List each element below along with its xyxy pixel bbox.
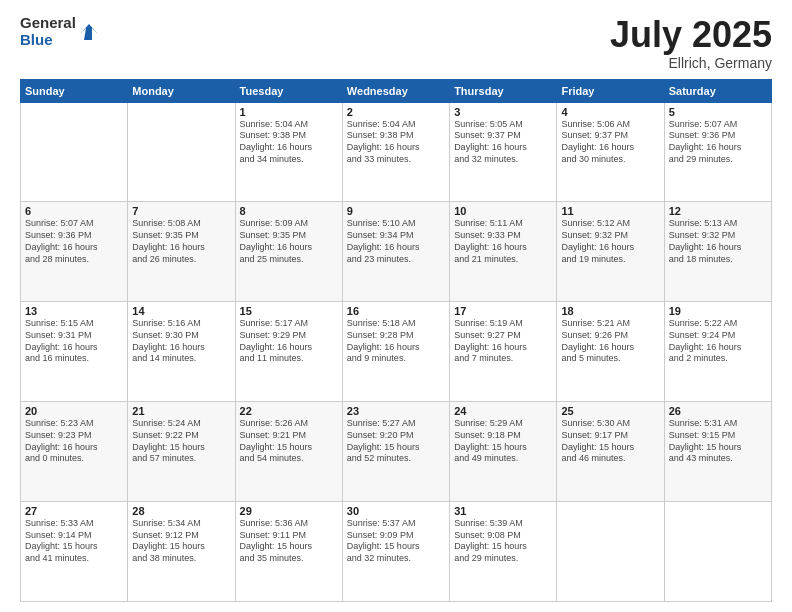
table-row: 23Sunrise: 5:27 AM Sunset: 9:20 PM Dayli… [342, 402, 449, 502]
day-number: 24 [454, 405, 552, 417]
table-row: 25Sunrise: 5:30 AM Sunset: 9:17 PM Dayli… [557, 402, 664, 502]
table-row: 19Sunrise: 5:22 AM Sunset: 9:24 PM Dayli… [664, 302, 771, 402]
day-info: Sunrise: 5:18 AM Sunset: 9:28 PM Dayligh… [347, 318, 445, 365]
table-row: 1Sunrise: 5:04 AM Sunset: 9:38 PM Daylig… [235, 102, 342, 202]
logo-general: General [20, 15, 76, 32]
day-number: 28 [132, 505, 230, 517]
day-number: 20 [25, 405, 123, 417]
day-number: 11 [561, 205, 659, 217]
calendar-table: Sunday Monday Tuesday Wednesday Thursday… [20, 79, 772, 602]
table-row: 26Sunrise: 5:31 AM Sunset: 9:15 PM Dayli… [664, 402, 771, 502]
month-title: July 2025 [610, 15, 772, 55]
day-number: 22 [240, 405, 338, 417]
day-info: Sunrise: 5:23 AM Sunset: 9:23 PM Dayligh… [25, 418, 123, 465]
col-wednesday: Wednesday [342, 79, 449, 102]
day-info: Sunrise: 5:10 AM Sunset: 9:34 PM Dayligh… [347, 218, 445, 265]
day-info: Sunrise: 5:27 AM Sunset: 9:20 PM Dayligh… [347, 418, 445, 465]
col-tuesday: Tuesday [235, 79, 342, 102]
day-info: Sunrise: 5:16 AM Sunset: 9:30 PM Dayligh… [132, 318, 230, 365]
logo-text: General Blue [20, 15, 76, 48]
table-row: 3Sunrise: 5:05 AM Sunset: 9:37 PM Daylig… [450, 102, 557, 202]
col-monday: Monday [128, 79, 235, 102]
title-block: July 2025 Ellrich, Germany [610, 15, 772, 71]
day-info: Sunrise: 5:36 AM Sunset: 9:11 PM Dayligh… [240, 518, 338, 565]
day-info: Sunrise: 5:24 AM Sunset: 9:22 PM Dayligh… [132, 418, 230, 465]
table-row: 28Sunrise: 5:34 AM Sunset: 9:12 PM Dayli… [128, 502, 235, 602]
header: General Blue July 2025 Ellrich, Germany [20, 15, 772, 71]
col-saturday: Saturday [664, 79, 771, 102]
day-info: Sunrise: 5:07 AM Sunset: 9:36 PM Dayligh… [669, 119, 767, 166]
day-info: Sunrise: 5:29 AM Sunset: 9:18 PM Dayligh… [454, 418, 552, 465]
day-number: 8 [240, 205, 338, 217]
day-number: 4 [561, 106, 659, 118]
day-number: 7 [132, 205, 230, 217]
table-row: 11Sunrise: 5:12 AM Sunset: 9:32 PM Dayli… [557, 202, 664, 302]
day-info: Sunrise: 5:37 AM Sunset: 9:09 PM Dayligh… [347, 518, 445, 565]
day-number: 25 [561, 405, 659, 417]
day-info: Sunrise: 5:08 AM Sunset: 9:35 PM Dayligh… [132, 218, 230, 265]
table-row: 30Sunrise: 5:37 AM Sunset: 9:09 PM Dayli… [342, 502, 449, 602]
calendar-week-row: 27Sunrise: 5:33 AM Sunset: 9:14 PM Dayli… [21, 502, 772, 602]
table-row: 15Sunrise: 5:17 AM Sunset: 9:29 PM Dayli… [235, 302, 342, 402]
day-info: Sunrise: 5:19 AM Sunset: 9:27 PM Dayligh… [454, 318, 552, 365]
day-number: 6 [25, 205, 123, 217]
day-info: Sunrise: 5:34 AM Sunset: 9:12 PM Dayligh… [132, 518, 230, 565]
day-number: 13 [25, 305, 123, 317]
day-number: 30 [347, 505, 445, 517]
day-number: 16 [347, 305, 445, 317]
day-number: 21 [132, 405, 230, 417]
day-info: Sunrise: 5:07 AM Sunset: 9:36 PM Dayligh… [25, 218, 123, 265]
table-row: 16Sunrise: 5:18 AM Sunset: 9:28 PM Dayli… [342, 302, 449, 402]
table-row: 17Sunrise: 5:19 AM Sunset: 9:27 PM Dayli… [450, 302, 557, 402]
day-info: Sunrise: 5:17 AM Sunset: 9:29 PM Dayligh… [240, 318, 338, 365]
day-number: 23 [347, 405, 445, 417]
day-number: 9 [347, 205, 445, 217]
day-info: Sunrise: 5:09 AM Sunset: 9:35 PM Dayligh… [240, 218, 338, 265]
day-info: Sunrise: 5:11 AM Sunset: 9:33 PM Dayligh… [454, 218, 552, 265]
col-friday: Friday [557, 79, 664, 102]
table-row: 21Sunrise: 5:24 AM Sunset: 9:22 PM Dayli… [128, 402, 235, 502]
table-row: 13Sunrise: 5:15 AM Sunset: 9:31 PM Dayli… [21, 302, 128, 402]
day-info: Sunrise: 5:13 AM Sunset: 9:32 PM Dayligh… [669, 218, 767, 265]
table-row [664, 502, 771, 602]
day-number: 2 [347, 106, 445, 118]
day-info: Sunrise: 5:04 AM Sunset: 9:38 PM Dayligh… [240, 119, 338, 166]
table-row: 27Sunrise: 5:33 AM Sunset: 9:14 PM Dayli… [21, 502, 128, 602]
table-row: 18Sunrise: 5:21 AM Sunset: 9:26 PM Dayli… [557, 302, 664, 402]
table-row: 20Sunrise: 5:23 AM Sunset: 9:23 PM Dayli… [21, 402, 128, 502]
day-info: Sunrise: 5:21 AM Sunset: 9:26 PM Dayligh… [561, 318, 659, 365]
table-row: 8Sunrise: 5:09 AM Sunset: 9:35 PM Daylig… [235, 202, 342, 302]
day-number: 17 [454, 305, 552, 317]
table-row: 29Sunrise: 5:36 AM Sunset: 9:11 PM Dayli… [235, 502, 342, 602]
day-number: 19 [669, 305, 767, 317]
day-info: Sunrise: 5:33 AM Sunset: 9:14 PM Dayligh… [25, 518, 123, 565]
day-number: 12 [669, 205, 767, 217]
location-subtitle: Ellrich, Germany [610, 55, 772, 71]
col-sunday: Sunday [21, 79, 128, 102]
day-info: Sunrise: 5:22 AM Sunset: 9:24 PM Dayligh… [669, 318, 767, 365]
calendar-week-row: 13Sunrise: 5:15 AM Sunset: 9:31 PM Dayli… [21, 302, 772, 402]
table-row: 24Sunrise: 5:29 AM Sunset: 9:18 PM Dayli… [450, 402, 557, 502]
day-info: Sunrise: 5:26 AM Sunset: 9:21 PM Dayligh… [240, 418, 338, 465]
day-number: 14 [132, 305, 230, 317]
table-row [21, 102, 128, 202]
table-row: 5Sunrise: 5:07 AM Sunset: 9:36 PM Daylig… [664, 102, 771, 202]
table-row: 14Sunrise: 5:16 AM Sunset: 9:30 PM Dayli… [128, 302, 235, 402]
day-info: Sunrise: 5:12 AM Sunset: 9:32 PM Dayligh… [561, 218, 659, 265]
day-number: 1 [240, 106, 338, 118]
table-row: 6Sunrise: 5:07 AM Sunset: 9:36 PM Daylig… [21, 202, 128, 302]
table-row: 2Sunrise: 5:04 AM Sunset: 9:38 PM Daylig… [342, 102, 449, 202]
calendar-week-row: 20Sunrise: 5:23 AM Sunset: 9:23 PM Dayli… [21, 402, 772, 502]
table-row [557, 502, 664, 602]
day-info: Sunrise: 5:15 AM Sunset: 9:31 PM Dayligh… [25, 318, 123, 365]
day-number: 10 [454, 205, 552, 217]
logo-icon [78, 22, 100, 44]
col-thursday: Thursday [450, 79, 557, 102]
calendar-header-row: Sunday Monday Tuesday Wednesday Thursday… [21, 79, 772, 102]
logo: General Blue [20, 15, 100, 48]
day-info: Sunrise: 5:31 AM Sunset: 9:15 PM Dayligh… [669, 418, 767, 465]
table-row [128, 102, 235, 202]
day-info: Sunrise: 5:06 AM Sunset: 9:37 PM Dayligh… [561, 119, 659, 166]
day-number: 29 [240, 505, 338, 517]
svg-marker-0 [80, 24, 98, 40]
